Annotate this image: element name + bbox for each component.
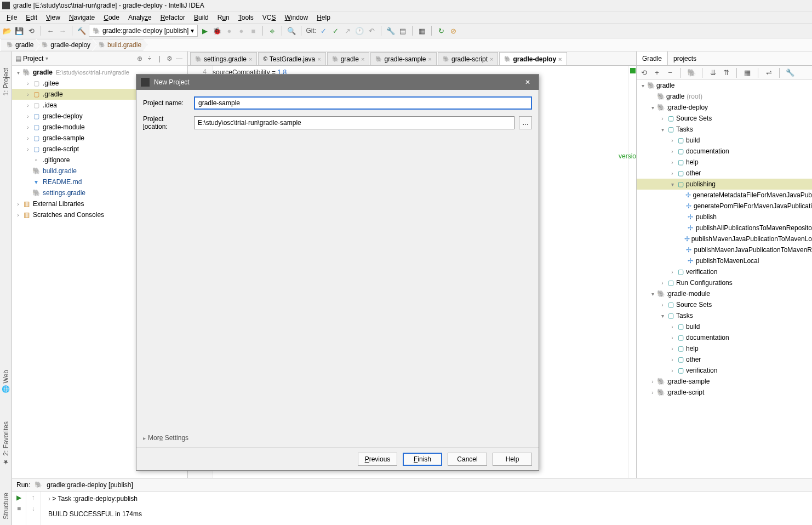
block-icon[interactable]: ⊘ <box>448 26 458 36</box>
menu-help[interactable]: Help <box>312 14 335 21</box>
structure-icon[interactable]: ▤ <box>398 26 408 36</box>
breadcrumb-item[interactable]: 🐘gradle <box>1 39 39 51</box>
down-icon[interactable]: ↓ <box>32 505 35 512</box>
remove-icon[interactable]: − <box>665 68 675 78</box>
breadcrumb-item[interactable]: 🐘gradle-deploy <box>36 39 96 51</box>
expand-icon[interactable]: ⇊ <box>708 68 718 78</box>
gradle-tree-item[interactable]: ›▢Source Sets <box>637 299 812 310</box>
menu-refactor[interactable]: Refactor <box>156 14 190 21</box>
menu-code[interactable]: Code <box>99 14 124 21</box>
menu-view[interactable]: View <box>42 14 65 21</box>
gradle-tree-item[interactable]: ▾▢publishing <box>637 179 812 190</box>
menu-file[interactable]: File <box>2 14 21 21</box>
jrebel-icon[interactable]: ↻ <box>436 26 446 36</box>
browse-button[interactable]: … <box>519 116 532 129</box>
add-icon[interactable]: + <box>652 68 662 78</box>
editor-tab[interactable]: 🐘gradle-sample× <box>370 52 436 65</box>
save-icon[interactable]: 💾 <box>14 26 24 36</box>
build-icon[interactable]: 🔨 <box>77 26 87 36</box>
project-name-input[interactable] <box>194 96 532 110</box>
collapse-icon[interactable]: ÷ <box>145 55 155 62</box>
menu-navigate[interactable]: Navigate <box>65 14 99 21</box>
favorites-tool-button[interactable]: ★2: Favorites <box>2 421 10 466</box>
hide-icon[interactable]: — <box>174 55 184 62</box>
web-tool-button[interactable]: 🌐Web <box>2 370 10 393</box>
project-location-input[interactable] <box>194 116 514 129</box>
projects-tab[interactable]: projects <box>668 52 702 65</box>
gradle-tree-item[interactable]: ›🐘:gradle-script <box>637 387 812 398</box>
gradle-tree-item[interactable]: ▾▢Tasks <box>637 310 812 321</box>
gradle-tree[interactable]: ▾🐘gradle🐘gradle(root)▾🐘:gradle-deploy›▢S… <box>637 80 812 525</box>
gradle-tree-item[interactable]: 🐘gradle(root) <box>637 91 812 102</box>
finish-button[interactable]: Finish <box>403 453 442 466</box>
gradle-tree-item[interactable]: ▾🐘:gradle-module <box>637 288 812 299</box>
close-tab-icon[interactable]: × <box>490 56 493 62</box>
run-icon[interactable]: ▶ <box>200 26 210 36</box>
refresh-icon[interactable]: ⟲ <box>639 68 649 78</box>
menu-vcs[interactable]: VCS <box>258 14 281 21</box>
structure-tool-button[interactable]: Structure <box>2 493 10 520</box>
attach-icon[interactable]: ⎆ <box>267 26 277 36</box>
gradle-tree-item[interactable]: ›▢other <box>637 168 812 179</box>
menu-build[interactable]: Build <box>190 14 213 21</box>
gradle-tree-item[interactable]: ›▢help <box>637 343 812 354</box>
gradle-tree-item[interactable]: ✢publishMavenJavaPublicationToMavenLo <box>637 233 812 244</box>
group-icon[interactable]: ▦ <box>742 68 752 78</box>
gradle-tree-item[interactable]: ✢publishAllPublicationsToMavenReposito <box>637 222 812 233</box>
menu-edit[interactable]: Edit <box>21 14 42 21</box>
close-tab-icon[interactable]: × <box>428 56 432 62</box>
gradle-tree-item[interactable]: ›▢build <box>637 321 812 332</box>
gradle-tree-item[interactable]: ✢publishMavenJavaPublicationToMavenR <box>637 244 812 255</box>
coverage-icon[interactable]: ● <box>224 26 234 36</box>
up-icon[interactable]: ↑ <box>32 494 35 501</box>
profile-icon[interactable]: ● <box>236 26 246 36</box>
gradle-tree-item[interactable]: ▾▢Tasks <box>637 124 812 135</box>
offline-icon[interactable]: ⇌ <box>764 68 774 78</box>
gear-icon[interactable]: ⚙ <box>164 55 174 62</box>
close-tab-icon[interactable]: × <box>558 56 562 62</box>
previous-button[interactable]: Previous <box>358 453 397 466</box>
gradle-tree-item[interactable]: ›▢build <box>637 135 812 146</box>
gradle-tree-item[interactable]: ›▢Source Sets <box>637 113 812 124</box>
execute-icon[interactable]: 🐘 <box>687 68 696 78</box>
editor-tab[interactable]: 🐘settings.gradle× <box>190 52 257 65</box>
gradle-tree-item[interactable]: ▾🐘gradle <box>637 80 812 91</box>
git-revert-icon[interactable]: ↶ <box>367 26 376 36</box>
close-tab-icon[interactable]: × <box>249 56 252 62</box>
git-update-icon[interactable]: ✓ <box>318 26 328 36</box>
git-history-icon[interactable]: 🕐 <box>354 26 364 36</box>
chevron-down-icon[interactable]: ▾ <box>45 55 48 61</box>
back-icon[interactable]: ← <box>45 26 55 36</box>
close-tab-icon[interactable]: × <box>317 56 321 62</box>
forward-icon[interactable]: → <box>58 26 67 36</box>
run-output[interactable]: › > Task :gradle-deploy:publish BUILD SU… <box>41 492 812 525</box>
git-commit-icon[interactable]: ✓ <box>330 26 340 36</box>
gradle-tree-item[interactable]: ✢generatePomFileForMavenJavaPublicati <box>637 201 812 212</box>
menu-analyze[interactable]: Analyze <box>124 14 156 21</box>
close-tab-icon[interactable]: × <box>361 56 364 62</box>
stop-icon[interactable]: ■ <box>248 26 258 36</box>
help-button[interactable]: Help <box>493 453 532 466</box>
close-icon[interactable]: ✕ <box>521 78 534 86</box>
gradle-tree-item[interactable]: ›▢verification <box>637 266 812 277</box>
gradle-tree-item[interactable]: ›▢documentation <box>637 146 812 157</box>
gradle-tree-item[interactable]: ›▢Run Configurations <box>637 277 812 288</box>
sdk-icon[interactable]: ▦ <box>417 26 427 36</box>
breadcrumb-item[interactable]: 🐘build.gradle <box>93 39 147 51</box>
collapse-icon[interactable]: ⇈ <box>721 68 731 78</box>
locate-icon[interactable]: ⊕ <box>135 55 145 62</box>
more-settings-toggle[interactable]: ▸ More Settings <box>143 434 188 442</box>
project-tool-button[interactable]: 1: Project <box>2 68 10 96</box>
editor-tab[interactable]: ©TestGradle.java× <box>258 52 325 65</box>
gradle-tree-item[interactable]: ›🐘:gradle-sample <box>637 376 812 387</box>
gradle-tree-item[interactable]: ✢publishToMavenLocal <box>637 255 812 266</box>
gradle-tree-item[interactable]: ✢publish <box>637 212 812 222</box>
wrench-icon[interactable]: 🔧 <box>785 68 795 78</box>
gradle-tree-item[interactable]: ›▢other <box>637 354 812 365</box>
editor-tab[interactable]: 🐘gradle× <box>327 52 370 65</box>
open-icon[interactable]: 📂 <box>2 26 12 36</box>
git-push-icon[interactable]: ↗ <box>342 26 352 36</box>
gradle-tree-item[interactable]: ›▢help <box>637 157 812 168</box>
gradle-tree-item[interactable]: ›▢documentation <box>637 332 812 343</box>
gradle-tab[interactable]: Gradle <box>637 52 668 65</box>
